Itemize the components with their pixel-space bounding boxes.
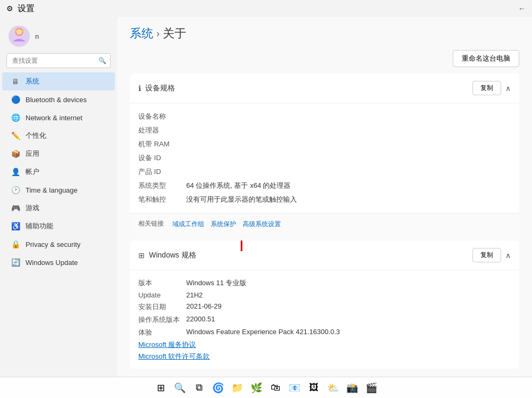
- sidebar-item-accounts[interactable]: 👤 帐户: [2, 163, 115, 181]
- spec-label: 机带 RAM: [138, 139, 186, 149]
- sidebar-label-system: 系统: [26, 77, 39, 86]
- sidebar-item-network[interactable]: 🌐 Network & internet: [2, 109, 115, 127]
- spec-label: 设备 ID: [138, 153, 186, 163]
- svg-point-3: [16, 29, 22, 35]
- windows-specs-collapse-button[interactable]: ∧: [505, 251, 511, 260]
- sidebar-label-update: Windows Update: [26, 259, 78, 267]
- breadcrumb: 系统 › 关于: [130, 26, 519, 42]
- spec-row: 设备名称: [138, 110, 511, 123]
- taskbar-icon-weather[interactable]: ⛅: [325, 379, 342, 396]
- taskbar-center: ⊞🔍⧉🌀📁🌿🛍📧🖼⛅📸🎬: [152, 379, 380, 396]
- device-specs-header: ℹ 设备规格 复制 ∧: [130, 73, 519, 103]
- win-label: 操作系统版本: [138, 315, 186, 325]
- device-specs-actions: 复制 ∧: [472, 81, 511, 95]
- search-icon: 🔍: [98, 57, 106, 64]
- spec-row: 设备 ID: [138, 151, 511, 165]
- taskbar: ⊞🔍⧉🌀📁🌿🛍📧🖼⛅📸🎬: [0, 377, 532, 398]
- win-value: 22000.51: [186, 315, 215, 325]
- win-label: 安装日期: [138, 302, 186, 312]
- win-row: Update21H2: [138, 289, 511, 301]
- user-name: n: [35, 32, 39, 40]
- content-inner: 系统 › 关于 重命名这台电脑 ℹ 设备规格 复制 ∧ 设备名称处理器机带 RA: [117, 17, 532, 377]
- taskbar-icon-mail[interactable]: 📧: [286, 379, 303, 396]
- breadcrumb-parent[interactable]: 系统: [130, 26, 153, 42]
- sidebar-label-bluetooth: Bluetooth & devices: [26, 96, 87, 104]
- sidebar-item-update[interactable]: 🔄 Windows Update: [2, 253, 115, 271]
- win-row: 体验Windows Feature Experience Pack 421.16…: [138, 326, 511, 339]
- sidebar-icon-network: 🌐: [11, 113, 20, 122]
- sidebar-icon-accounts: 👤: [11, 167, 20, 177]
- related-link-advanced[interactable]: 高级系统设置: [239, 219, 284, 229]
- sidebar-icon-update: 🔄: [11, 258, 20, 267]
- sidebar-icon-time: 🕐: [11, 185, 20, 195]
- win-row: 安装日期2021-06-29: [138, 301, 511, 313]
- sidebar-item-apps[interactable]: 📦 应用: [2, 145, 115, 163]
- sidebar-item-time[interactable]: 🕐 Time & language: [2, 181, 115, 199]
- windows-specs-card: ⊞ Windows 规格 复制 ∧ 版本Windows 11 专业版Update…: [130, 241, 519, 369]
- breadcrumb-separator: ›: [156, 28, 160, 39]
- sidebar-icon-accessibility: ♿: [11, 221, 20, 231]
- spec-label: 笔和触控: [138, 195, 186, 204]
- related-link-domain[interactable]: 域或工作组: [169, 219, 207, 229]
- back-button[interactable]: ←: [518, 4, 526, 13]
- taskbar-icon-start[interactable]: ⊞: [152, 379, 169, 396]
- sidebar-label-gaming: 游戏: [26, 203, 39, 213]
- taskbar-icon-explorer[interactable]: 📁: [229, 379, 246, 396]
- sidebar-item-personalization[interactable]: ✏️ 个性化: [2, 127, 115, 145]
- device-specs-body: 设备名称处理器机带 RAM设备 ID产品 ID系统类型64 位操作系统, 基于 …: [130, 103, 519, 213]
- search-input[interactable]: [6, 53, 111, 68]
- spec-label: 产品 ID: [138, 167, 186, 177]
- spec-row: 处理器: [138, 123, 511, 137]
- sidebar-icon-system: 🖥: [11, 77, 20, 86]
- title-bar-title: 设置: [18, 3, 35, 14]
- sidebar-item-gaming[interactable]: 🎮 游戏: [2, 199, 115, 217]
- spec-row: 系统类型64 位操作系统, 基于 x64 的处理器: [138, 179, 511, 193]
- taskbar-icon-photos[interactable]: 🖼: [305, 379, 322, 396]
- related-links-label: 相关链接: [138, 219, 164, 228]
- device-specs-copy-button[interactable]: 复制: [472, 81, 501, 95]
- taskbar-icon-video[interactable]: 🎬: [363, 379, 380, 396]
- taskbar-icon-taskview[interactable]: ⧉: [190, 379, 207, 396]
- sidebar-label-personalization: 个性化: [26, 131, 46, 140]
- info-icon: ℹ: [138, 84, 141, 93]
- spec-row: 产品 ID: [138, 165, 511, 179]
- win-label: Update: [138, 291, 186, 299]
- windows-specs-copy-button[interactable]: 复制: [472, 248, 501, 262]
- sidebar-icon-bluetooth: 🔵: [11, 95, 20, 104]
- sidebar: n 🔍 🖥 系统 🔵 Bluetooth & devices 🌐 Network…: [0, 17, 117, 377]
- spec-row: 笔和触控没有可用于此显示器的笔或触控输入: [138, 193, 511, 206]
- related-link-protection[interactable]: 系统保护: [207, 219, 239, 229]
- rename-button[interactable]: 重命名这台电脑: [453, 50, 519, 67]
- sidebar-item-privacy[interactable]: 🔒 Privacy & security: [2, 235, 115, 253]
- taskbar-icon-camera[interactable]: 📸: [344, 379, 361, 396]
- rename-row: 重命名这台电脑: [130, 50, 519, 67]
- windows-specs-body: 版本Windows 11 专业版Update21H2安装日期2021-06-29…: [130, 270, 519, 369]
- taskbar-icon-chrome[interactable]: 🌿: [248, 379, 265, 396]
- win-value: Windows 11 专业版: [186, 278, 246, 288]
- sidebar-item-bluetooth[interactable]: 🔵 Bluetooth & devices: [2, 90, 115, 109]
- search-box: 🔍: [6, 53, 111, 68]
- taskbar-icon-store[interactable]: 🛍: [267, 379, 284, 396]
- sidebar-icon-gaming: 🎮: [11, 203, 20, 213]
- title-bar: ⚙ 设置 ←: [0, 0, 532, 17]
- device-specs-collapse-button[interactable]: ∧: [505, 84, 511, 93]
- windows-link-service[interactable]: Microsoft 服务协议: [138, 339, 511, 351]
- sidebar-item-system[interactable]: 🖥 系统: [2, 72, 115, 90]
- sidebar-label-accounts: 帐户: [26, 167, 39, 177]
- sidebar-item-accessibility[interactable]: ♿ 辅助功能: [2, 217, 115, 235]
- taskbar-icon-search[interactable]: 🔍: [171, 379, 188, 396]
- spec-label: 处理器: [138, 126, 186, 135]
- windows-icon: ⊞: [138, 251, 145, 260]
- windows-specs-header: ⊞ Windows 规格 复制 ∧: [130, 241, 519, 270]
- windows-specs-actions: 复制 ∧: [472, 248, 511, 262]
- win-row: 操作系统版本22000.51: [138, 313, 511, 326]
- sidebar-icon-apps: 📦: [11, 149, 20, 159]
- sidebar-items: 🖥 系统 🔵 Bluetooth & devices 🌐 Network & i…: [0, 72, 117, 271]
- taskbar-icon-edge[interactable]: 🌀: [210, 379, 227, 396]
- related-links-row: 相关链接 域或工作组系统保护高级系统设置: [130, 213, 519, 234]
- windows-link-license[interactable]: Microsoft 软件许可条款: [138, 351, 511, 362]
- app-container: n 🔍 🖥 系统 🔵 Bluetooth & devices 🌐 Network…: [0, 17, 532, 377]
- sidebar-label-apps: 应用: [26, 149, 39, 159]
- related-links: 域或工作组系统保护高级系统设置: [169, 219, 284, 229]
- spec-label: 系统类型: [138, 181, 186, 190]
